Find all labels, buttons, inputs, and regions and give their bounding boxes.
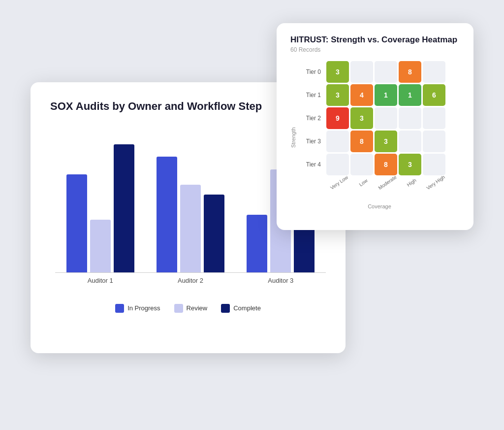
legend-label-complete: Complete xyxy=(233,304,261,312)
col-label-3: High xyxy=(401,173,422,191)
heatmap-row-label-0: Tier 0 xyxy=(299,61,325,83)
col-label-spacer xyxy=(299,178,325,186)
col-labels-container: Very LowLowModerateHighVery High xyxy=(299,178,460,186)
heatmap-cell-r3-c4 xyxy=(423,131,445,152)
heatmap-content: Tier 038Tier 134116Tier 293Tier 383Tier … xyxy=(299,61,460,209)
bar-complete-auditor-2 xyxy=(204,195,224,272)
heatmap-cell-r0-c4 xyxy=(423,61,445,83)
heatmap-cell-r4-c3: 3 xyxy=(399,154,421,175)
x-label-auditor-3: Auditor 3 xyxy=(236,277,326,284)
legend-item-review: Review xyxy=(174,304,208,313)
heatmap-cell-r1-c4: 6 xyxy=(423,84,445,106)
auditor-group-2 xyxy=(145,157,235,272)
col-label-0: Very Low xyxy=(328,173,350,191)
col-label-4: Very High xyxy=(425,173,446,191)
legend-swatch-review xyxy=(174,304,183,313)
heatmap-cell-r4-c0 xyxy=(326,154,349,175)
x-axis-line xyxy=(55,272,326,273)
heatmap-row-label-2: Tier 2 xyxy=(299,107,325,129)
bar-inprogress-auditor-3 xyxy=(247,215,267,272)
heatmap-cell-r0-c3: 8 xyxy=(399,61,421,83)
bar-review-auditor-1 xyxy=(90,220,111,272)
heatmap-cell-r2-c0: 9 xyxy=(326,107,349,129)
auditor-group-1 xyxy=(55,144,145,272)
heatmap-cell-r3-c2: 3 xyxy=(375,131,397,152)
legend-swatch-inprogress xyxy=(115,304,124,313)
strength-label: Strength xyxy=(290,66,296,209)
x-label-auditor-1: Auditor 1 xyxy=(55,277,145,284)
col-label-1: Low xyxy=(352,173,374,191)
hitrust-card: HITRUST: Strength vs. Coverage Heatmap 6… xyxy=(277,23,473,230)
heatmap-cell-r4-c1 xyxy=(350,154,373,175)
legend-label-review: Review xyxy=(187,304,208,312)
heatmap-cell-r1-c3: 1 xyxy=(399,84,421,106)
heatmap-cell-r0-c0: 3 xyxy=(326,61,349,83)
scene: SOX Audits by Owner and Workflow Step Au… xyxy=(31,23,473,407)
heatmap-row-label-3: Tier 3 xyxy=(299,131,325,152)
bar-review-auditor-2 xyxy=(180,185,201,272)
legend-item-inprogress: In Progress xyxy=(115,304,160,313)
heatmap-grid: Tier 038Tier 134116Tier 293Tier 383Tier … xyxy=(299,61,460,175)
heatmap-cell-r3-c0 xyxy=(326,131,349,152)
heatmap-cell-r2-c4 xyxy=(423,107,445,129)
hitrust-title: HITRUST: Strength vs. Coverage Heatmap xyxy=(290,35,460,45)
heatmap-row-label-4: Tier 4 xyxy=(299,154,325,175)
heatmap-cell-r1-c2: 1 xyxy=(375,84,397,106)
col-label-2: Moderate xyxy=(377,173,398,191)
heatmap-cell-r1-c1: 4 xyxy=(350,84,373,106)
heatmap-row-label-1: Tier 1 xyxy=(299,84,325,106)
x-label-auditor-2: Auditor 2 xyxy=(145,277,235,284)
heatmap-cell-r2-c3 xyxy=(399,107,421,129)
legend: In ProgressReviewComplete xyxy=(50,304,326,313)
heatmap-cell-r0-c2 xyxy=(375,61,397,83)
bar-inprogress-auditor-2 xyxy=(157,157,177,272)
bar-inprogress-auditor-1 xyxy=(66,174,87,272)
heatmap-cell-r3-c1: 8 xyxy=(350,131,373,152)
heatmap-cell-r3-c3 xyxy=(399,131,421,152)
coverage-label: Coverage xyxy=(299,203,460,209)
heatmap-cell-r4-c2: 8 xyxy=(375,154,397,175)
bar-complete-auditor-1 xyxy=(114,144,134,272)
heatmap-cell-r4-c4 xyxy=(423,154,445,175)
legend-label-inprogress: In Progress xyxy=(127,304,160,312)
x-labels: Auditor 1Auditor 2Auditor 3 xyxy=(50,277,326,284)
legend-item-complete: Complete xyxy=(221,304,261,313)
heatmap-cell-r2-c2 xyxy=(375,107,397,129)
heatmap-cell-r2-c1: 3 xyxy=(350,107,373,129)
hitrust-subtitle: 60 Records xyxy=(290,46,460,53)
heatmap-cell-r0-c1 xyxy=(350,61,373,83)
legend-swatch-complete xyxy=(221,304,230,313)
heatmap-wrapper: Strength Tier 038Tier 134116Tier 293Tier… xyxy=(290,61,460,209)
heatmap-cell-r1-c0: 3 xyxy=(326,84,349,106)
